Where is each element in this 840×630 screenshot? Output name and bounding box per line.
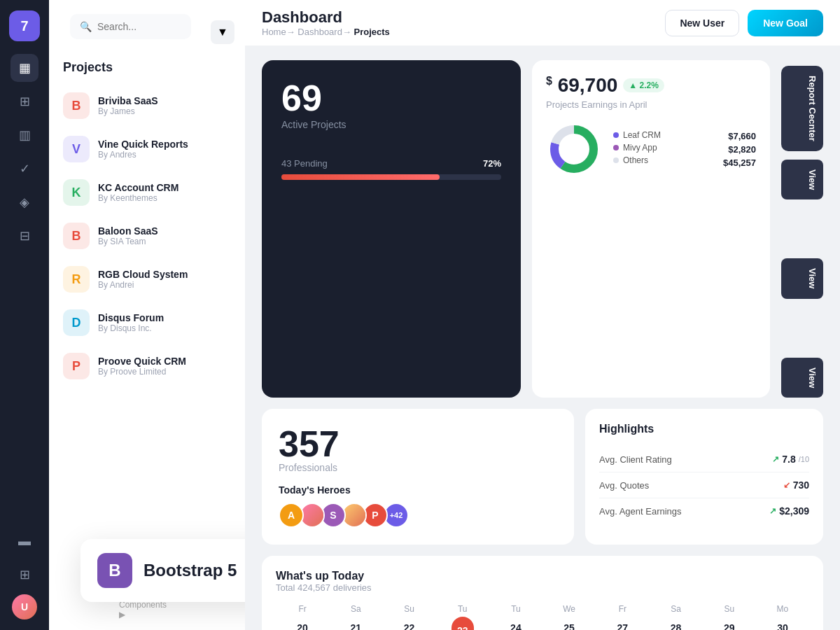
- project-item[interactable]: B Baloon SaaS By SIA Team: [56, 216, 238, 256]
- hl-value-rating: ↗ 7.8 /10: [772, 454, 809, 465]
- project-item[interactable]: K KC Account CRM By Keenthemes: [56, 172, 238, 213]
- breadcrumb-dashboard[interactable]: Dashboard→: [298, 27, 351, 37]
- hl-label-rating: Avg. Client Rating: [599, 454, 672, 465]
- sidebar-icon-check[interactable]: ✓: [10, 155, 38, 183]
- day-col[interactable]: Su 29: [703, 604, 756, 630]
- filter-button[interactable]: ▼: [211, 20, 234, 44]
- project-item[interactable]: P Proove Quick CRM By Proove Limited: [56, 346, 238, 386]
- bootstrap-label: Bootstrap 5: [144, 561, 237, 580]
- project-by: By Proove Limited: [98, 367, 186, 377]
- earnings-legend: Leaf CRM Mivy App Others: [613, 130, 712, 168]
- earnings-symbol: $: [546, 75, 552, 87]
- project-by: By Disqus Inc.: [98, 323, 164, 333]
- highlight-row-quotes: Avg. Quotes ↙ 730: [599, 472, 809, 498]
- sidebar-icon-monitor[interactable]: ▬: [10, 527, 38, 555]
- hl-label-quotes: Avg. Quotes: [599, 480, 649, 491]
- donut-row: Leaf CRM Mivy App Others $7,660 $2,820 $…: [546, 121, 756, 177]
- view-button-3[interactable]: View: [781, 358, 823, 398]
- highlight-row-earnings: Avg. Agent Earnings ↗ $2,309: [599, 498, 809, 524]
- earnings-label: Projects Earnings in April: [546, 99, 756, 110]
- project-logo: K: [63, 179, 90, 206]
- page-title: Dashboard: [262, 8, 390, 27]
- top-actions: New User New Goal: [665, 10, 823, 36]
- card-highlights: Highlights Avg. Client Rating ↗ 7.8 /10 …: [585, 409, 823, 545]
- sidebar-icon-box[interactable]: ⊟: [10, 222, 38, 250]
- day-name: Su: [703, 604, 756, 614]
- day-col[interactable]: Fr 20: [276, 604, 329, 630]
- project-item[interactable]: R RGB Cloud System By Andrei: [56, 259, 238, 300]
- sidebar-icon-layers[interactable]: ◈: [10, 188, 38, 216]
- project-name: KC Account CRM: [98, 182, 178, 193]
- sidebar-icon-dashboard[interactable]: ▦: [10, 54, 38, 82]
- day-name: Fr: [276, 604, 329, 614]
- day-name: We: [542, 604, 596, 614]
- project-name: Proove Quick CRM: [98, 356, 186, 367]
- search-bar[interactable]: 🔍: [70, 14, 191, 39]
- new-user-button[interactable]: New User: [665, 10, 739, 36]
- sidebar-icon-grid[interactable]: ⊞: [10, 88, 38, 115]
- day-col[interactable]: Mo 30: [756, 604, 809, 630]
- day-col[interactable]: Su 22: [382, 604, 435, 630]
- stats-label: Professionals: [279, 462, 557, 473]
- day-num: 24: [505, 617, 527, 630]
- project-info: RGB Cloud System By Andrei: [98, 269, 188, 290]
- breadcrumb-home[interactable]: Home→: [262, 27, 295, 37]
- day-col[interactable]: We 25: [542, 604, 596, 630]
- highlights-title: Highlights: [599, 423, 809, 435]
- project-by: By Keenthemes: [98, 193, 178, 203]
- main-content: Dashboard Home→ Dashboard→ Projects New …: [245, 0, 840, 630]
- user-badge[interactable]: 7: [9, 10, 40, 41]
- bootstrap-logo: B: [97, 553, 132, 588]
- bootstrap-card: B Bootstrap 5: [80, 539, 245, 602]
- project-by: By Andrei: [98, 280, 188, 290]
- heroes-label: Today's Heroes: [279, 484, 557, 496]
- project-name: Briviba SaaS: [98, 95, 158, 106]
- day-num: 28: [665, 617, 687, 630]
- sidebar-icon-grid2[interactable]: ⊞: [10, 561, 38, 589]
- earnings-badge: ▲ 2.2%: [623, 78, 664, 92]
- project-info: KC Account CRM By Keenthemes: [98, 182, 178, 203]
- project-logo: D: [63, 309, 90, 336]
- day-name: Fr: [596, 604, 649, 614]
- breadcrumb-area: Dashboard Home→ Dashboard→ Projects: [262, 8, 390, 37]
- project-item[interactable]: B Briviba SaaS By James: [56, 85, 238, 126]
- day-col[interactable]: Sa 28: [649, 604, 702, 630]
- new-goal-button[interactable]: New Goal: [748, 10, 823, 36]
- earnings-leaf: $7,660: [728, 131, 756, 141]
- hl-value-earnings: ↗ $2,309: [769, 505, 809, 517]
- sidebar-icon-chart[interactable]: ▥: [10, 121, 38, 149]
- view-button-1[interactable]: View: [781, 160, 823, 200]
- project-item[interactable]: D Disqus Forum By Disqus Inc.: [56, 302, 238, 343]
- day-name: Mo: [756, 604, 809, 614]
- day-num: 29: [718, 617, 741, 630]
- day-num: 21: [344, 617, 367, 630]
- day-col[interactable]: Sa 21: [329, 604, 382, 630]
- right-tabs: Report Cecnter View View View: [781, 60, 823, 398]
- day-num: 25: [558, 617, 580, 630]
- hl-earnings-val: $2,309: [779, 505, 809, 517]
- active-label: Active Projects: [281, 119, 501, 130]
- project-item[interactable]: V Vine Quick Reports By Andres: [56, 129, 238, 169]
- sidebar: 7 ▦ ⊞ ▥ ✓ ◈ ⊟ ▬ ⊞ U: [0, 0, 49, 630]
- top-bar: Dashboard Home→ Dashboard→ Projects New …: [245, 0, 840, 46]
- highlight-row-rating: Avg. Client Rating ↗ 7.8 /10: [599, 447, 809, 472]
- report-center-button[interactable]: Report Cecnter: [781, 66, 823, 151]
- user-avatar-small[interactable]: U: [12, 594, 37, 620]
- earnings-amount: $ 69,700: [546, 74, 617, 97]
- row-2: 357 Professionals Today's Heroes A S P +…: [262, 409, 823, 545]
- day-col[interactable]: Tu 24: [489, 604, 542, 630]
- view-button-2[interactable]: View: [781, 258, 823, 298]
- days-row: Fr 20 Sa 21 Su 22 Tu 23 Tu 24 We 25 Fr 2…: [276, 604, 809, 630]
- day-col[interactable]: Fr 27: [596, 604, 649, 630]
- row-1: 69 Active Projects 43 Pending 72% $ 69,7…: [262, 60, 823, 398]
- progress-info: 43 Pending 72%: [281, 158, 501, 169]
- calendar-title: What's up Today: [276, 570, 809, 582]
- day-col[interactable]: Tu 23: [436, 604, 489, 630]
- hl-label-earnings: Avg. Agent Earnings: [599, 506, 682, 517]
- breadcrumb-projects[interactable]: Projects: [354, 27, 390, 37]
- search-input[interactable]: [97, 21, 181, 32]
- earnings-mivy: $2,820: [728, 144, 756, 155]
- project-info: Proove Quick CRM By Proove Limited: [98, 356, 186, 377]
- filter-icon: ▼: [217, 26, 228, 38]
- day-name: Sa: [329, 604, 382, 614]
